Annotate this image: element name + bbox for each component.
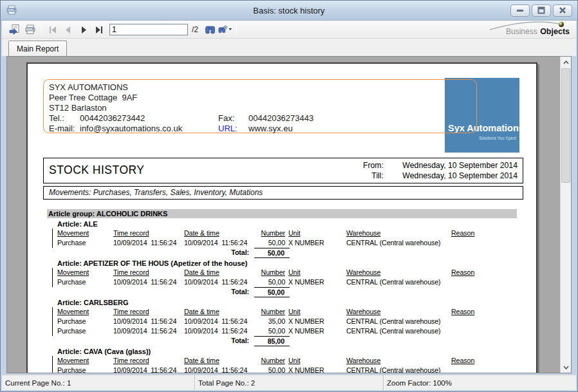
logo-tagline: Solutions You Xpect bbox=[479, 136, 516, 140]
scrollbar-down-icon bbox=[563, 366, 569, 369]
search-button[interactable] bbox=[202, 23, 218, 37]
dropdown-caret-icon bbox=[228, 28, 232, 31]
column-header: Warehouse bbox=[343, 307, 448, 317]
report-page: Syx Automations Solutions You Xpect SYX … bbox=[26, 62, 537, 373]
minimize-button[interactable] bbox=[510, 5, 530, 17]
tel-value: 00442036273442 bbox=[80, 113, 218, 124]
scroll-down-button[interactable] bbox=[561, 362, 571, 373]
company-info-box: SYX AUTOMATIONS Peer Tree Cottage 9AF ST… bbox=[43, 79, 477, 133]
column-header: Reason bbox=[448, 229, 487, 238]
cell-movement: Purchase bbox=[53, 277, 113, 287]
status-total-pages: Total Page No.: 2 bbox=[195, 375, 384, 390]
total-value: 85,00 bbox=[254, 336, 290, 346]
column-header: Movement bbox=[53, 268, 113, 277]
close-icon bbox=[557, 5, 568, 15]
maximize-icon bbox=[536, 5, 546, 15]
last-page-button[interactable] bbox=[91, 23, 107, 37]
toolbar-separator bbox=[41, 24, 42, 35]
brand-word-business: Business bbox=[506, 27, 537, 36]
total-label: Total: bbox=[183, 248, 254, 258]
cell-reason bbox=[448, 277, 487, 287]
maximize-button[interactable] bbox=[532, 5, 551, 17]
cell-warehouse: CENTRAL (Central warehouse) bbox=[343, 277, 448, 287]
column-header: Movement bbox=[53, 307, 113, 317]
cell-warehouse: CENTRAL (Central warehouse) bbox=[343, 366, 448, 373]
scroll-up-button[interactable] bbox=[561, 57, 571, 68]
article-title: Article: APETIZER OF THE HOUS (Apetizer … bbox=[52, 259, 530, 268]
column-header: Time record bbox=[113, 268, 184, 277]
column-header: Number bbox=[255, 229, 285, 238]
print-button[interactable] bbox=[23, 23, 38, 37]
article-table: MovementTime recordDate & timeNumberUnit… bbox=[52, 307, 530, 346]
from-label: From: bbox=[363, 160, 384, 171]
prev-page-icon bbox=[63, 24, 73, 35]
article-section: Article: CAVA (Cava (glass)) MovementTim… bbox=[52, 347, 530, 373]
from-value: Wednesday, 10 September 2014 bbox=[389, 160, 517, 171]
movements-line: Movements: Purchases, Transfers, Sales, … bbox=[43, 186, 523, 200]
tel-label: Tel.: bbox=[49, 113, 80, 124]
brand-word-objects: Objects bbox=[540, 27, 570, 36]
cell-unit: X NUMBER bbox=[285, 277, 343, 287]
column-header: Movement bbox=[53, 229, 113, 238]
cell-time-record: 10/09/2014 11:56:24 bbox=[113, 326, 184, 336]
article-table: MovementTime recordDate & timeNumberUnit… bbox=[52, 268, 530, 297]
cell-movement: Purchase bbox=[53, 317, 113, 326]
prev-page-button[interactable] bbox=[61, 23, 76, 37]
cell-time-record: 10/09/2014 11:56:24 bbox=[113, 238, 184, 248]
date-range: From: Wednesday, 10 September 2014 Till:… bbox=[363, 160, 517, 181]
column-header: Number bbox=[255, 356, 285, 366]
status-bar: Current Page No.: 1 Total Page No.: 2 Zo… bbox=[2, 375, 576, 390]
column-header: Unit bbox=[285, 307, 343, 317]
cell-warehouse: CENTRAL (Central warehouse) bbox=[343, 238, 448, 248]
column-header: Reason bbox=[448, 307, 487, 317]
export-report-button[interactable] bbox=[7, 23, 23, 37]
column-header: Time record bbox=[113, 229, 184, 238]
cell-unit: X NUMBER bbox=[285, 238, 343, 248]
articles: Article: ALE MovementTime recordDate & t… bbox=[52, 219, 530, 373]
cell-unit: X NUMBER bbox=[285, 366, 343, 373]
cell-reason bbox=[448, 317, 487, 326]
tab-main-report[interactable]: Main Report bbox=[8, 41, 67, 56]
column-header: Unit bbox=[285, 268, 343, 277]
scrollbar-thumb[interactable] bbox=[561, 68, 570, 183]
cell-number: 50,00 bbox=[255, 238, 285, 248]
cell-movement: Purchase bbox=[53, 366, 113, 373]
toolbar: /2 bbox=[2, 21, 576, 39]
vertical-scrollbar[interactable] bbox=[560, 57, 571, 373]
report-title: STOCK HISTORY bbox=[49, 163, 144, 177]
page-total-label: /2 bbox=[192, 25, 198, 34]
print-icon bbox=[24, 24, 36, 35]
total-value: 50,00 bbox=[254, 248, 290, 258]
next-page-icon bbox=[79, 24, 89, 35]
cell-movement: Purchase bbox=[53, 326, 113, 336]
email-value: info@syxautomations.co.uk bbox=[80, 124, 218, 134]
first-page-button[interactable] bbox=[45, 23, 61, 37]
email-label: E-mail: bbox=[49, 124, 80, 134]
table-header-row: MovementTime recordDate & timeNumberUnit… bbox=[53, 356, 530, 366]
total-value: 50,00 bbox=[254, 287, 290, 297]
next-page-button[interactable] bbox=[76, 23, 91, 37]
report-viewport: Syx Automations Solutions You Xpect SYX … bbox=[6, 56, 572, 373]
total-label: Total: bbox=[183, 336, 254, 346]
advanced-search-button[interactable] bbox=[218, 23, 233, 37]
table-header-row: MovementTime recordDate & timeNumberUnit… bbox=[53, 268, 530, 277]
column-header: Time record bbox=[113, 356, 184, 366]
table-row: Purchase10/09/2014 11:56:2410/09/2014 11… bbox=[53, 277, 530, 287]
article-group-band: Article group: ALCOHOLIC DRINKS bbox=[47, 209, 517, 218]
cell-movement: Purchase bbox=[53, 238, 113, 248]
close-button[interactable] bbox=[553, 5, 572, 17]
page-number-input[interactable] bbox=[109, 24, 188, 35]
cell-warehouse: CENTRAL (Central warehouse) bbox=[343, 317, 448, 326]
first-page-icon bbox=[48, 24, 58, 35]
article-title: Article: CARLSBERG bbox=[52, 298, 530, 307]
last-page-icon bbox=[94, 24, 104, 35]
article-section: Article: CARLSBERG MovementTime recordDa… bbox=[52, 298, 530, 346]
column-header: Time record bbox=[113, 307, 184, 317]
cell-time-record: 10/09/2014 11:56:24 bbox=[113, 366, 184, 373]
toolbar-separator bbox=[236, 24, 237, 35]
advanced-search-icon bbox=[218, 24, 227, 35]
till-label: Till: bbox=[363, 171, 384, 181]
column-header: Date & time bbox=[184, 356, 255, 366]
minimize-icon bbox=[515, 5, 525, 15]
table-row: Purchase10/09/2014 11:56:2410/09/2014 11… bbox=[53, 366, 530, 373]
